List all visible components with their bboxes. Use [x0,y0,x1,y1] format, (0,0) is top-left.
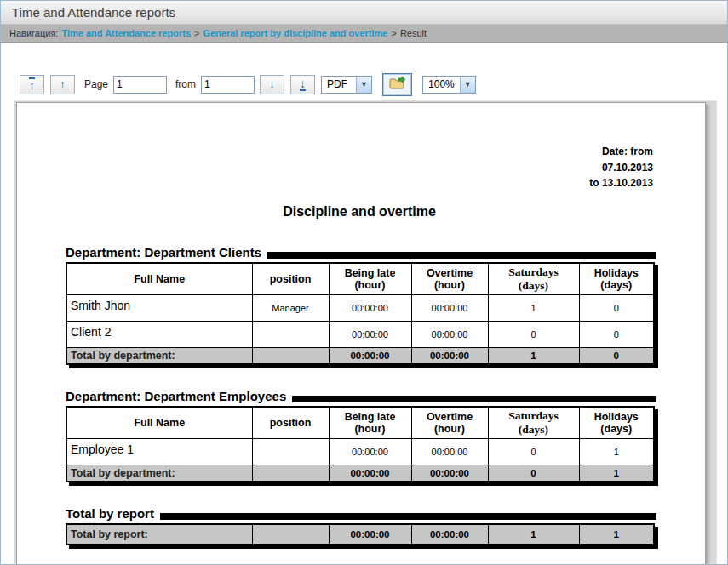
report-total-caption: Total by report [66,506,656,521]
col-holidays: Holidays (days) [579,263,654,295]
date-line-1: Date: from [66,144,653,160]
cell-overtime: 00:00:00 [411,438,488,465]
caption-bar [160,513,656,520]
cell-late: 00:00:00 [329,438,411,465]
zoom-value: 100% [423,78,460,90]
page-title: Time and Attendance reports [12,5,175,20]
arrow-up-icon: ↑ [60,78,66,90]
date-line-3: to 13.10.2013 [66,175,653,191]
total-holidays: 0 [579,347,654,364]
total-overtime: 00:00:00 [411,465,488,482]
col-being-late: Being late (hour) [329,263,411,295]
report-viewer: Date: from 07.10.2013 to 13.10.2013 Disc… [14,100,717,564]
total-label: Total by department: [66,347,252,364]
first-page-button[interactable]: ↑ [20,75,44,94]
cell-holidays: 0 [579,294,654,321]
total-saturdays: 0 [488,465,579,482]
cell-full-name: Smith Jhon [66,294,252,321]
app-window: Time and Attendance reports Навигация: T… [0,0,728,565]
report-content: Date: from 07.10.2013 to 13.10.2013 Disc… [17,103,705,562]
department-table-clients: Full Name position Being late (hour) Ove… [66,262,655,365]
table-header-row: Full Name position Being late (hour) Ove… [66,407,654,439]
total-position [252,465,329,482]
breadcrumb-label: Навигация: [9,28,58,38]
col-overtime: Overtime (hour) [411,407,488,439]
zoom-select[interactable]: 100% ▼ [422,76,476,94]
table-row: Employee 1 00:00:00 00:00:00 0 1 [66,438,654,465]
toolbar: ↑ ↑ Page from ↓ ↓ PDF ▼ 100% [20,73,484,95]
total-position [252,524,329,545]
page-number-input[interactable] [113,76,167,94]
total-holidays: 1 [579,524,654,545]
total-late: 00:00:00 [329,347,411,364]
total-pages-input[interactable] [201,76,255,94]
table-header-row: Full Name position Being late (hour) Ove… [66,263,654,295]
department-caption-text: Department: Department Clients [66,245,261,260]
department-total-row: Total by department: 00:00:00 00:00:00 1… [66,347,654,364]
export-format-select[interactable]: PDF ▼ [321,76,372,94]
breadcrumb-current: Result [400,28,427,38]
breadcrumb-link-general-report[interactable]: General report by discipline and overtim… [203,28,387,38]
cell-full-name: Client 2 [66,321,252,347]
cell-saturdays: 0 [488,321,579,347]
date-line-2: 07.10.2013 [66,160,653,176]
arrow-up-bar-icon: ↑ [29,77,35,91]
export-button[interactable] [382,73,412,96]
department-section-employees: Department: Department Employees Full Na… [66,389,653,482]
last-page-button[interactable]: ↓ [290,75,315,94]
chevron-down-icon: ▼ [356,77,371,93]
col-position: position [252,263,329,295]
col-position: position [252,407,329,439]
arrow-down-icon: ↓ [269,78,275,90]
total-label: Total by report: [66,524,252,545]
total-holidays: 1 [579,465,654,482]
cell-saturdays: 0 [488,438,579,465]
report-date-range: Date: from 07.10.2013 to 13.10.2013 [66,144,653,191]
next-page-button[interactable]: ↓ [260,75,284,94]
cell-position [252,321,329,347]
cell-overtime: 00:00:00 [411,294,488,321]
cell-late: 00:00:00 [329,294,411,321]
total-saturdays: 1 [488,524,579,545]
cell-holidays: 1 [579,438,654,465]
col-saturdays: Saturdays (days) [488,263,579,295]
cell-position [252,438,329,465]
caption-bar [267,252,656,259]
total-late: 00:00:00 [329,465,411,482]
cell-holidays: 0 [579,321,654,347]
col-being-late: Being late (hour) [329,407,411,439]
department-section-clients: Department: Department Clients Full Name… [66,245,653,365]
report-total-caption-text: Total by report [66,506,154,521]
col-holidays: Holidays (days) [579,407,654,439]
report-page: Date: from 07.10.2013 to 13.10.2013 Disc… [16,102,706,565]
total-overtime: 00:00:00 [411,524,488,545]
department-caption: Department: Department Employees [66,389,656,403]
cell-overtime: 00:00:00 [411,321,488,347]
cell-saturdays: 1 [488,294,579,321]
total-saturdays: 1 [488,347,579,364]
col-full-name: Full Name [66,263,252,295]
cell-position: Manager [252,294,329,321]
total-position [252,347,329,364]
cell-full-name: Employee 1 [66,438,252,465]
arrow-down-bar-icon: ↓ [300,77,306,91]
breadcrumb-separator: > [194,28,199,38]
department-caption-text: Department: Department Employees [66,389,286,403]
department-caption: Department: Department Clients [66,245,656,260]
report-title: Discipline and overtime [66,204,653,220]
col-full-name: Full Name [66,407,252,439]
breadcrumb-link-reports[interactable]: Time and Attendance reports [61,28,191,38]
total-late: 00:00:00 [329,524,411,545]
total-overtime: 00:00:00 [411,347,488,364]
previous-page-button[interactable]: ↑ [50,75,75,94]
export-format-value: PDF [322,78,356,90]
department-total-row: Total by department: 00:00:00 00:00:00 0… [66,465,654,482]
caption-bar [292,396,656,402]
col-overtime: Overtime (hour) [411,263,488,295]
export-icon [389,76,406,93]
page-label: Page [84,78,108,90]
breadcrumb-separator: > [391,28,396,38]
breadcrumb: Навигация: Time and Attendance reports >… [1,25,727,43]
total-label: Total by department: [66,465,252,482]
table-row: Client 2 00:00:00 00:00:00 0 0 [66,321,654,347]
